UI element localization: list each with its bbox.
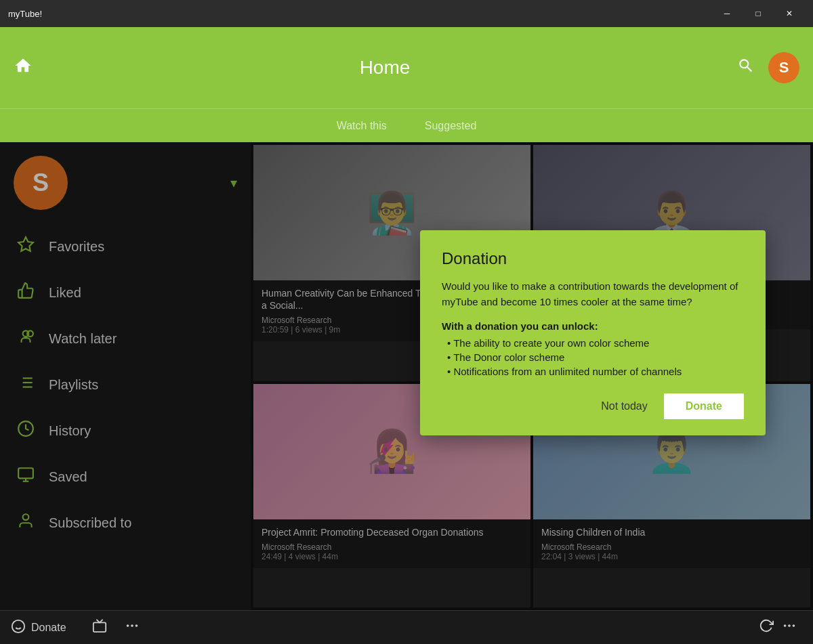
donation-bullet-2: • The Donor color scheme [442, 351, 744, 363]
user-avatar[interactable]: S [768, 52, 799, 83]
search-icon[interactable] [737, 57, 755, 79]
donation-bullet-1: • The ability to create your own color s… [442, 337, 744, 349]
donation-actions: Not today Donate [442, 393, 744, 419]
minimize-button[interactable]: ─ [711, 0, 743, 27]
svg-point-22 [788, 624, 791, 627]
page-title: Home [46, 57, 724, 79]
svg-point-21 [784, 624, 787, 627]
svg-point-14 [12, 620, 24, 632]
donate-smile-icon [11, 619, 26, 637]
svg-point-19 [131, 624, 133, 627]
donation-title: Donation [442, 249, 744, 268]
donation-unlock-title: With a donation you can unlock: [442, 320, 744, 332]
bottombar-donate-button[interactable]: Donate [11, 619, 66, 637]
svg-point-23 [793, 624, 795, 627]
bottombar: Donate [0, 610, 813, 644]
home-icon[interactable] [14, 56, 33, 79]
more-options-icon-left[interactable] [119, 613, 145, 642]
cast-icon[interactable] [87, 613, 112, 642]
titlebar: myTube! ─ □ ✕ [0, 0, 813, 27]
not-today-button[interactable]: Not today [585, 393, 663, 419]
svg-rect-17 [93, 622, 105, 632]
donation-bullet-3: • Notifications from an unlimited number… [442, 366, 744, 377]
close-button[interactable]: ✕ [774, 0, 805, 27]
window-controls: ─ □ ✕ [711, 0, 805, 27]
subheader-tabs: Watch this Suggested [0, 108, 813, 142]
bottombar-right [759, 613, 802, 642]
bottombar-donate-label: Donate [31, 622, 66, 634]
donation-body: Would you like to make a contribution to… [442, 279, 744, 309]
donate-button[interactable]: Donate [664, 393, 744, 419]
more-options-icon-right[interactable] [776, 613, 802, 642]
donation-dialog: Donation Would you like to make a contri… [420, 230, 766, 435]
refresh-icon[interactable] [759, 618, 774, 637]
maximize-button[interactable]: □ [743, 0, 774, 27]
tab-suggested[interactable]: Suggested [419, 117, 482, 135]
svg-point-20 [135, 624, 138, 627]
svg-point-18 [126, 624, 129, 627]
header: Home S [0, 27, 813, 108]
app-title: myTube! [8, 9, 711, 19]
tab-watch-this[interactable]: Watch this [331, 117, 392, 135]
